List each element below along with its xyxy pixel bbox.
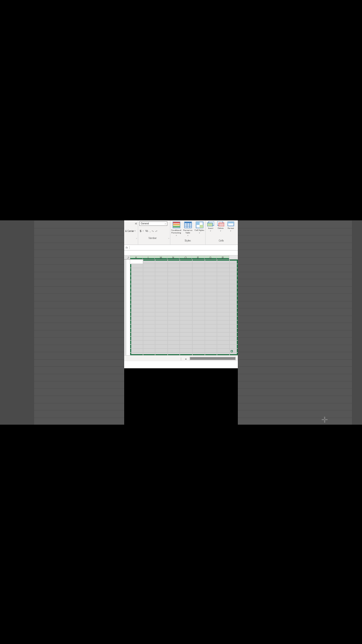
scrollbar-thumb[interactable] xyxy=(190,357,235,360)
currency-button[interactable]: $ xyxy=(140,229,141,232)
svg-rect-3 xyxy=(173,226,180,227)
ribbon-number-group: General ▾ $▾ % , ⁰₀ ₀⁰ Number ⌐ xyxy=(138,220,170,245)
excel-window: xt & Center▾ ⌐ General ▾ $▾ % , ⁰₀ ₀⁰ xyxy=(124,220,238,368)
chevron-down-icon: ▾ xyxy=(165,223,166,225)
cell-styles-button[interactable]: Cell Styles▾ xyxy=(194,220,205,239)
grid-body[interactable] xyxy=(124,260,238,355)
horizontal-scrollbar[interactable] xyxy=(190,357,236,360)
conditional-formatting-button[interactable]: Conditional Formatting▾ xyxy=(170,220,182,239)
svg-rect-5 xyxy=(185,222,192,223)
col-header-K[interactable]: K xyxy=(130,256,143,259)
svg-rect-1 xyxy=(173,222,180,223)
cursor-plus-icon: ✛ xyxy=(321,417,328,424)
ribbon: xt & Center▾ ⌐ General ▾ $▾ % , ⁰₀ ₀⁰ xyxy=(124,220,238,245)
format-as-table-icon xyxy=(184,221,192,228)
col-header-M[interactable]: M xyxy=(155,256,167,259)
number-dialog-launcher-icon[interactable]: ⌐ xyxy=(167,237,170,239)
decrease-decimal-button[interactable]: ₀⁰ xyxy=(155,230,157,232)
sheet-tab-bar: ⋮ ◂ xyxy=(124,355,238,361)
conditional-formatting-icon xyxy=(172,221,180,228)
insert-cells-icon xyxy=(207,221,214,226)
svg-rect-2 xyxy=(173,224,180,225)
fx-icon[interactable]: fx xyxy=(124,246,130,249)
chevron-down-icon: ▾ xyxy=(135,230,136,232)
status-bar-area xyxy=(124,361,238,368)
delete-button[interactable]: Delete▾ xyxy=(216,220,226,239)
format-button[interactable]: Format▾ xyxy=(226,220,236,239)
svg-rect-16 xyxy=(219,223,224,226)
styles-group-label: Styles xyxy=(170,239,205,243)
col-header-P[interactable]: P xyxy=(192,256,205,259)
selection-region[interactable] xyxy=(130,260,238,355)
bg-grid-right xyxy=(238,220,352,425)
background-right-strip: ✛ xyxy=(238,220,362,425)
delete-cells-icon xyxy=(217,221,224,226)
ribbon-alignment-group: xt & Center▾ ⌐ xyxy=(124,220,138,245)
percent-button[interactable]: % xyxy=(145,229,148,232)
tab-options-icon[interactable]: ⋮ xyxy=(179,357,183,360)
spreadsheet-grid[interactable]: J K L M N O P Q R xyxy=(124,256,238,355)
merge-center-button[interactable]: & Center▾ xyxy=(124,226,138,235)
format-as-table-button[interactable]: Format as Table▾ xyxy=(182,220,194,239)
format-cells-icon xyxy=(227,221,234,226)
col-header-O[interactable]: O xyxy=(179,256,192,259)
active-cell[interactable] xyxy=(130,260,143,264)
column-headers[interactable]: J K L M N O P Q R xyxy=(124,256,238,260)
col-header-J[interactable]: J xyxy=(126,256,130,259)
col-J-cells[interactable] xyxy=(126,260,130,355)
bg-grid-left xyxy=(34,220,124,425)
ribbon-cells-group: Insert▾ Delete▾ Format▾ Cells xyxy=(206,220,237,245)
ribbon-styles-group: Conditional Formatting▾ Format as Table▾… xyxy=(170,220,206,245)
col-header-L[interactable]: L xyxy=(143,256,155,259)
background-left-strip xyxy=(0,220,124,425)
svg-rect-11 xyxy=(196,222,200,225)
spacer xyxy=(124,251,238,256)
number-format-dropdown[interactable]: General ▾ xyxy=(138,220,170,226)
col-header-N[interactable]: N xyxy=(167,256,180,259)
col-header-Q[interactable]: Q xyxy=(205,256,217,259)
svg-rect-12 xyxy=(200,225,203,228)
col-header-R[interactable]: R xyxy=(217,256,229,259)
svg-rect-14 xyxy=(207,223,213,226)
comma-button[interactable]: , xyxy=(150,229,151,232)
increase-decimal-button[interactable]: ⁰₀ xyxy=(152,230,154,232)
cells-group-label: Cells xyxy=(206,239,237,243)
alignment-dialog-launcher-icon[interactable]: ⌐ xyxy=(135,237,138,239)
svg-rect-18 xyxy=(228,222,234,223)
scroll-left-arrow-icon[interactable]: ◂ xyxy=(184,357,187,360)
wrap-text-partial[interactable]: xt xyxy=(124,220,138,226)
number-group-label: Number xyxy=(138,236,167,240)
formula-bar[interactable]: fx xyxy=(124,245,238,251)
cell-styles-icon xyxy=(196,221,204,228)
insert-button[interactable]: Insert▾ xyxy=(206,220,216,239)
